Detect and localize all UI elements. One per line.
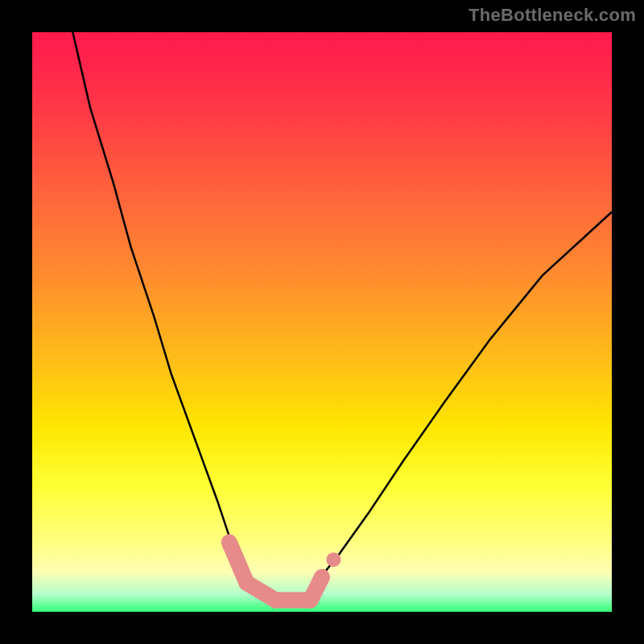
chart-overlay xyxy=(32,32,612,612)
bottleneck-curve xyxy=(72,32,612,606)
marker-group xyxy=(229,543,341,601)
pink-dot-isolated xyxy=(326,552,341,567)
watermark-label: TheBottleneck.com xyxy=(469,5,636,26)
chart-frame: TheBottleneck.com xyxy=(0,0,644,644)
pink-segment-right xyxy=(311,577,322,601)
